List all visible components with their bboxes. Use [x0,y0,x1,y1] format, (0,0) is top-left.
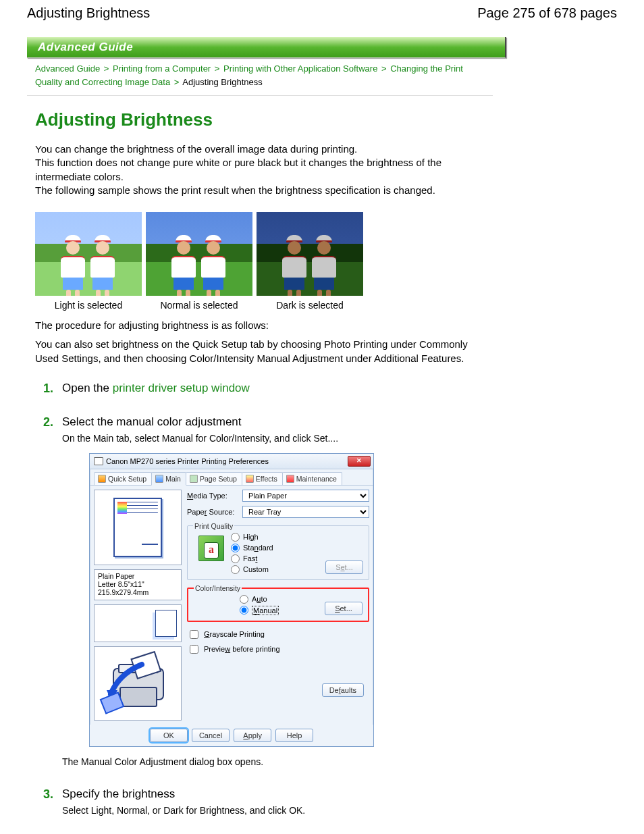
crumb-sep: > [174,77,180,87]
sample-light-caption: Light is selected [35,296,142,311]
media-type-label: Media Type: [187,492,238,500]
close-button[interactable]: ✕ [348,456,371,467]
step-1-number: 1. [43,382,57,399]
step-1-text: Open the [62,382,113,394]
defaults-row: Defaults [187,662,369,701]
crumb-sep: > [215,63,220,74]
effects-icon [246,475,254,483]
printer-illustration-icon [99,651,178,716]
after-p1: The procedure for adjusting brightness i… [35,319,493,332]
ok-button[interactable]: OK [150,729,188,742]
paper-source-row: Paper Source: Rear Tray [187,506,369,518]
crumb-sep: > [381,63,387,74]
sample-images: Light is selected Normal is selected Dar… [35,212,493,311]
content: Advanced Guide Advanced Guide > Printing… [27,37,493,820]
step-3-heading: Specify the brightness [62,787,493,801]
quality-preview-icon: a [198,536,224,561]
settings-column: Media Type: Plain Paper Paper Source: Re… [187,490,369,721]
tab-main[interactable]: Main [151,472,186,486]
grayscale-checkbox[interactable]: Grayscale Printing [187,628,369,641]
apply-button[interactable]: Apply [234,729,271,742]
preview-column: Plain Paper Letter 8.5"x11" 215.9x279.4m… [94,490,182,721]
ci-auto-radio[interactable]: Auto [240,595,279,604]
tab-effects[interactable]: Effects [242,472,283,485]
quality-high-radio[interactable]: High [231,533,273,542]
tab-quick-setup[interactable]: Quick Setup [94,472,152,485]
step-2-number: 2. [43,415,57,771]
step-2: 2. Select the manual color adjustment On… [43,415,493,771]
sample-dark-image [257,212,363,296]
ci-manual-radio[interactable]: Manual [240,606,279,615]
quality-set-button[interactable]: Set... [325,561,363,574]
help-button[interactable]: Help [275,729,313,742]
step-3-number: 3. [43,787,57,820]
step-3-sub: Select Light, Normal, or Dark for Bright… [62,805,493,816]
sample-light: Light is selected [35,212,142,311]
crumb-other-software[interactable]: Printing with Other Application Software [223,63,377,74]
paper-preview [94,490,182,565]
quality-custom-radio[interactable]: Custom [231,565,273,574]
page-counter: Page 275 of 678 pages [477,5,617,21]
after-p2: You can also set brightness on the Quick… [35,338,493,365]
paper-source-label: Paper Source: [187,508,238,516]
step-1-heading: Open the printer driver setup window [62,382,493,395]
printer-icon [94,457,103,465]
orientation-preview [94,604,182,642]
intro-p3: The following sample shows the print res… [35,184,493,197]
crumb-advanced-guide[interactable]: Advanced Guide [35,63,100,74]
main-tab-icon [155,475,163,483]
dialog-titlebar: Canon MP270 series Printer Printing Pref… [90,454,373,469]
paper-info-size: Letter 8.5"x11" 215.9x279.4mm [98,580,178,596]
crumb-current: Adjusting Brightness [182,77,263,87]
quick-setup-icon [98,475,106,483]
step-3: 3. Specify the brightness Select Light, … [43,787,493,820]
extra-checkboxes: Grayscale Printing Preview before printi… [187,626,369,658]
quality-standard-radio[interactable]: Standard [231,544,273,552]
page: Adjusting Brightness Page 275 of 678 pag… [0,0,644,834]
page-setup-icon [190,475,198,483]
print-quality-legend: Print Quality [193,522,234,530]
preview-checkbox[interactable]: Preview before printing [187,643,369,656]
crumb-printing-computer[interactable]: Printing from a Computer [113,63,211,74]
paper-info: Plain Paper Letter 8.5"x11" 215.9x279.4m… [94,569,182,600]
media-type-select[interactable]: Plain Paper [242,490,369,502]
dialog-title: Canon MP270 series Printer Printing Pref… [106,457,269,465]
tab-page-setup[interactable]: Page Setup [186,472,242,485]
step-2-after: The Manual Color Adjustment dialog box o… [62,756,493,767]
quality-fast-radio[interactable]: Fast [231,554,273,563]
page-header: Adjusting Brightness Page 275 of 678 pag… [27,5,617,21]
color-swatch-icon [117,502,127,514]
step-2-sub: On the Main tab, select Manual for Color… [62,433,493,444]
color-intensity-group: Color/Intensity Auto Manual Set... [187,584,369,622]
page-title: Adjusting Brightness [35,109,493,130]
paper-info-type: Plain Paper [98,572,178,580]
defaults-button[interactable]: Defaults [322,683,364,697]
maintenance-icon [286,475,294,483]
breadcrumb: Advanced Guide > Printing from a Compute… [27,58,493,96]
advanced-guide-banner: Advanced Guide [27,37,506,58]
step-2-heading: Select the manual color adjustment [62,415,493,429]
intro-block: You can change the brightness of the ove… [35,142,493,197]
sample-dark-caption: Dark is selected [257,296,363,311]
sample-normal-caption: Normal is selected [146,296,252,311]
color-intensity-legend: Color/Intensity [194,584,242,592]
media-type-row: Media Type: Plain Paper [187,490,369,502]
intro-p2: This function does not change pure white… [35,156,493,184]
printing-preferences-dialog: Canon MP270 series Printer Printing Pref… [89,453,374,747]
crumb-sep: > [104,63,109,74]
print-quality-group: Print Quality a High Standard Fast Custo… [187,522,369,580]
ci-set-button[interactable]: Set... [325,602,363,615]
step-1: 1. Open the printer driver setup window [43,382,493,399]
page-title-small: Adjusting Brightness [27,5,150,21]
sample-normal-image [146,212,252,296]
cancel-button[interactable]: Cancel [192,729,230,742]
printer-driver-link[interactable]: printer driver setup window [113,382,250,394]
intro-p1: You can change the brightness of the ove… [35,142,493,156]
tab-maintenance[interactable]: Maintenance [282,472,342,485]
after-samples: The procedure for adjusting brightness i… [35,319,493,365]
sample-normal: Normal is selected [146,212,252,311]
paper-source-select[interactable]: Rear Tray [242,506,369,518]
dialog-footer: OK Cancel Apply Help [90,725,373,746]
sample-light-image [35,212,142,296]
printer-preview [94,646,182,721]
